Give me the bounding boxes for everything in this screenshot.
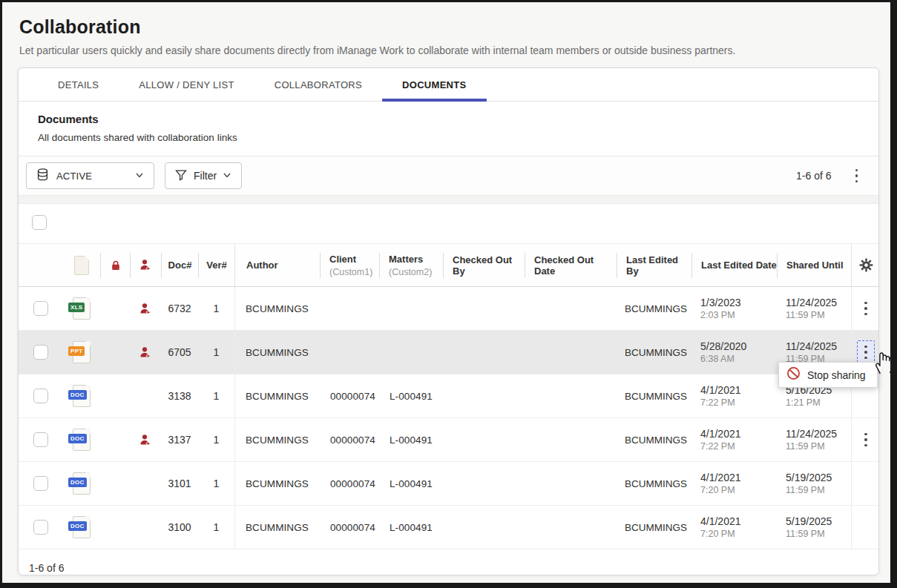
author-cell: BCUMMINGS (234, 287, 320, 330)
checked-out-date-cell (525, 308, 617, 309)
table-row[interactable]: XLS 6732 1 BCUMMINGS BCUMMINGS 1/3/20232… (19, 287, 878, 331)
doc-number: 6732 (161, 303, 198, 314)
row-menu-button[interactable] (857, 297, 875, 321)
shared-until-cell: 11/24/202511:59 PM (777, 340, 851, 364)
select-all-row (19, 204, 878, 243)
version-number: 1 (198, 478, 234, 489)
row-menu-button[interactable] (857, 340, 875, 365)
version-number: 1 (198, 434, 234, 446)
shared-until-cell: 11/24/202511:59 PM (777, 428, 851, 452)
table-header: Doc# Ver# Author Client(Custom1) Matters… (19, 243, 878, 287)
matters-cell: L-000491 (379, 391, 443, 402)
last-edited-by-cell: BCUMMINGS (617, 347, 691, 358)
file-type-icon: DOC (73, 472, 91, 495)
column-header-shared-until[interactable]: Shared Until (777, 253, 851, 278)
file-type-icon: XLS (73, 297, 91, 320)
last-edited-date-cell: 4/1/20217:22 PM (691, 384, 777, 408)
doc-number: 3137 (161, 434, 198, 446)
author-cell: BCUMMINGS (234, 331, 320, 374)
column-header-checked-out-date[interactable]: Checked Out Date (525, 253, 617, 278)
column-header-last-edited-by[interactable]: Last Edited By (617, 253, 691, 278)
filter-funnel-icon (174, 168, 188, 184)
row-checkbox[interactable] (33, 476, 48, 491)
document-type-column-icon (63, 256, 100, 275)
filter-dropdown[interactable]: Filter (165, 162, 242, 189)
client-cell: 00000074 (320, 522, 379, 533)
app-window: Collaboration Let particular users quick… (2, 2, 890, 583)
author-cell: BCUMMINGS (234, 506, 320, 549)
client-cell: 00000074 (320, 478, 379, 489)
column-header-doc[interactable]: Doc# (161, 253, 198, 278)
last-edited-by-cell: BCUMMINGS (617, 391, 691, 402)
row-checkbox[interactable] (33, 345, 48, 360)
tab-bar: DETAILS ALLOW / DENY LIST COLLABORATORS … (19, 68, 878, 102)
matters-cell: L-000491 (379, 478, 443, 489)
shared-until-cell: 5/19/202511:59 PM (777, 472, 851, 495)
last-edited-by-cell: BCUMMINGS (617, 478, 691, 489)
doc-number: 6705 (161, 346, 198, 358)
filter-dropdown-label: Filter (194, 170, 217, 182)
row-checkbox[interactable] (33, 520, 48, 535)
page-title: Collaboration (19, 16, 890, 38)
select-all-checkbox[interactable] (32, 215, 47, 230)
column-header-client[interactable]: Client(Custom1) (320, 253, 379, 278)
last-edited-date-cell: 4/1/20217:22 PM (691, 428, 777, 452)
section-subtitle: All documents shared with collaboration … (38, 132, 859, 143)
stop-sharing-menu-item[interactable]: Stop sharing (778, 362, 878, 388)
tab-allow-deny-list[interactable]: ALLOW / DENY LIST (119, 68, 254, 101)
table-row[interactable]: DOC 3137 1 BCUMMINGS 00000074 L-000491 B… (19, 418, 878, 462)
table-row[interactable]: DOC 3138 1 BCUMMINGS 00000074 L-000491 B… (19, 374, 878, 418)
version-number: 1 (198, 521, 234, 533)
table-row[interactable]: DOC 3100 1 BCUMMINGS 00000074 L-000491 B… (19, 506, 878, 549)
table-row[interactable]: PPT 6705 1 BCUMMINGS BCUMMINGS 5/28/2020… (19, 331, 878, 374)
table-footer-range-label: 1-6 of 6 (19, 549, 878, 574)
collaboration-card: DETAILS ALLOW / DENY LIST COLLABORATORS … (18, 67, 879, 575)
column-header-author[interactable]: Author (234, 244, 320, 286)
shared-user-icon (139, 303, 152, 315)
file-type-icon: PPT (73, 341, 91, 363)
checked-out-date-cell (525, 483, 617, 484)
column-header-matters[interactable]: Matters(Custom2) (379, 253, 443, 278)
client-cell: 00000074 (320, 391, 379, 402)
page-subtitle: Let particular users quickly and easily … (19, 44, 890, 56)
last-edited-date-cell: 4/1/20217:20 PM (691, 472, 777, 495)
tab-details[interactable]: DETAILS (38, 68, 119, 101)
pagination-range-label: 1-6 of 6 (796, 170, 831, 182)
section-title: Documents (38, 113, 859, 125)
doc-number: 3138 (161, 390, 198, 402)
doc-number: 3100 (161, 521, 198, 533)
toolbar-more-options-button[interactable] (848, 164, 866, 188)
shared-user-icon (139, 346, 152, 359)
row-checkbox[interactable] (33, 301, 48, 316)
row-checkbox[interactable] (33, 432, 48, 447)
last-edited-date-cell: 5/28/20206:38 AM (691, 340, 777, 364)
chevron-down-icon (134, 170, 145, 182)
column-settings-gear-icon[interactable] (851, 244, 880, 286)
tab-collaborators[interactable]: COLLABORATORS (254, 68, 382, 101)
active-view-dropdown[interactable]: ACTIVE (26, 162, 154, 189)
view-dropdown-label: ACTIVE (56, 171, 128, 182)
row-shared-cell (130, 346, 161, 359)
shared-until-cell: 11/24/202511:59 PM (777, 297, 851, 320)
client-cell: 00000074 (320, 435, 379, 446)
column-header-ver[interactable]: Ver# (198, 253, 234, 278)
checked-out-date-cell (525, 439, 617, 440)
version-number: 1 (198, 303, 234, 314)
table-row[interactable]: DOC 3101 1 BCUMMINGS 00000074 L-000491 B… (19, 462, 878, 506)
row-shared-cell (130, 434, 161, 446)
doc-number: 3101 (161, 478, 198, 489)
section-divider (19, 195, 878, 204)
tab-documents[interactable]: DOCUMENTS (382, 68, 486, 101)
matters-cell: L-000491 (379, 522, 443, 533)
checked-out-date-cell (525, 395, 617, 397)
shared-user-column-icon (130, 253, 161, 278)
row-checkbox[interactable] (33, 389, 48, 403)
row-menu-button[interactable] (857, 428, 875, 452)
column-header-last-edited-date[interactable]: Last Edited Date (691, 253, 777, 278)
author-cell: BCUMMINGS (234, 418, 320, 461)
toolbar: ACTIVE Filter 1-6 of 6 (19, 156, 878, 195)
file-type-icon: DOC (73, 385, 91, 407)
lock-column-icon (100, 253, 130, 278)
author-cell: BCUMMINGS (234, 374, 320, 417)
column-header-checked-out-by[interactable]: Checked Out By (443, 253, 525, 278)
